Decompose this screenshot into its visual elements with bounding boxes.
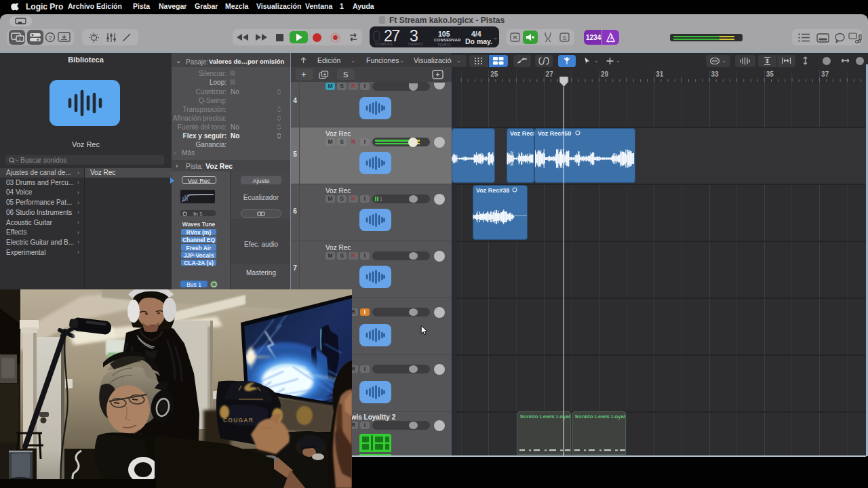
- svg-text:?: ?: [49, 35, 52, 41]
- svg-text:♪: ♪: [18, 37, 21, 41]
- svg-text:COUGAR: COUGAR: [223, 417, 254, 424]
- svg-text:S: S: [563, 35, 567, 41]
